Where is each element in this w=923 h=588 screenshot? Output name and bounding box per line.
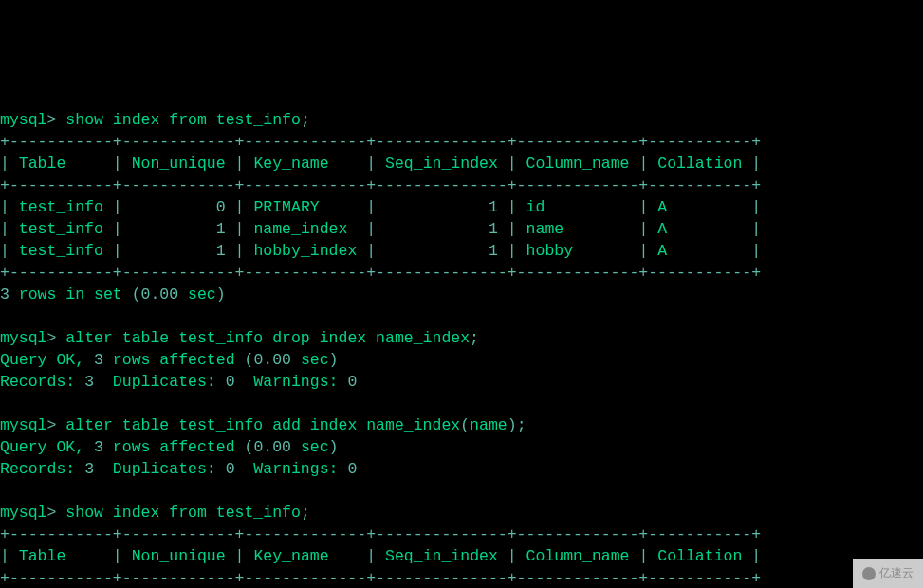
table-border: +-----------+------------+-------------+… xyxy=(0,525,761,543)
table-header-row: | Table | Non_unique | Key_name | Seq_in… xyxy=(0,547,761,565)
semicolon: ; xyxy=(470,329,479,347)
prompt-line[interactable]: mysql> alter table test_info drop index … xyxy=(0,329,479,347)
result-line: 3 rows in set (0.00 sec) xyxy=(0,285,226,303)
table-header-row: | Table | Non_unique | Key_name | Seq_in… xyxy=(0,155,761,173)
command-text: alter table test_info add index name_ind… xyxy=(65,416,460,434)
prompt-line[interactable]: mysql> show index from test_info; xyxy=(0,504,310,522)
table-border: +-----------+------------+-------------+… xyxy=(0,569,761,587)
prompt-arrow: > xyxy=(47,111,57,129)
semicolon: ; xyxy=(301,111,310,129)
table-row: | test_info | 1 | hobby_index | 1 | hobb… xyxy=(0,242,761,260)
prompt-line[interactable]: mysql> show index from test_info; xyxy=(0,111,310,129)
command-text: alter table test_info drop index name_in… xyxy=(65,329,470,347)
command-text: show index from test_info xyxy=(65,111,301,129)
records-line: Records: 3 Duplicates: 0 Warnings: 0 xyxy=(0,460,357,478)
table-border: +-----------+------------+-------------+… xyxy=(0,176,761,194)
table-row: | test_info | 0 | PRIMARY | 1 | id | A | xyxy=(0,198,761,216)
table-border: +-----------+------------+-------------+… xyxy=(0,133,761,151)
terminal-output: mysql> show index from test_info; +-----… xyxy=(0,87,923,588)
watermark-icon xyxy=(862,567,876,580)
watermark: 亿速云 xyxy=(853,559,923,588)
prompt-line[interactable]: mysql> alter table test_info add index n… xyxy=(0,416,526,434)
prompt-arrow: > xyxy=(47,504,57,522)
command-text: show index from test_info xyxy=(65,504,301,522)
prompt: mysql xyxy=(0,111,47,129)
query-ok-line: Query OK, 3 rows affected (0.00 sec) xyxy=(0,438,339,456)
table-row: | test_info | 1 | name_index | 1 | name … xyxy=(0,220,761,238)
records-line: Records: 3 Duplicates: 0 Warnings: 0 xyxy=(0,373,357,391)
semicolon: ; xyxy=(517,416,526,434)
semicolon: ; xyxy=(301,504,310,522)
prompt: mysql xyxy=(0,416,47,434)
prompt-arrow: > xyxy=(47,329,57,347)
prompt: mysql xyxy=(0,504,47,522)
query-ok-line: Query OK, 3 rows affected (0.00 sec) xyxy=(0,351,339,369)
table-border: +-----------+------------+-------------+… xyxy=(0,264,761,282)
prompt: mysql xyxy=(0,329,47,347)
prompt-arrow: > xyxy=(47,416,57,434)
watermark-text: 亿速云 xyxy=(879,562,914,584)
